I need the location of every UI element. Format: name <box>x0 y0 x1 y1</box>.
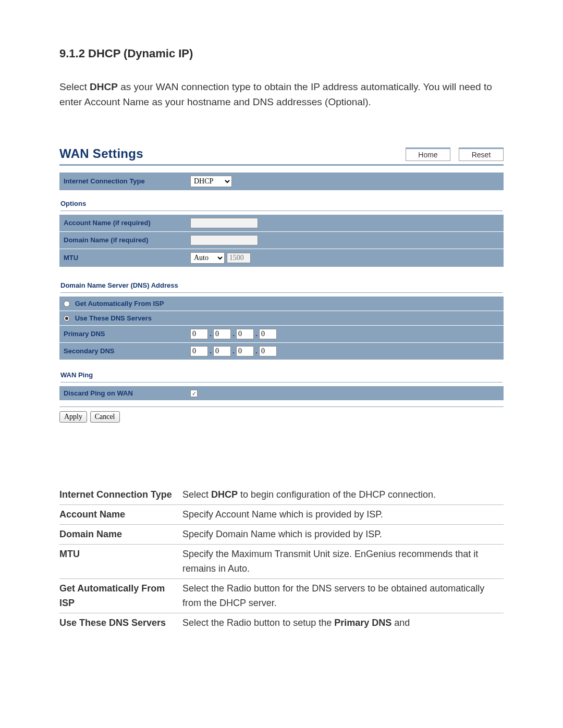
desc-key: MTU <box>59 545 182 579</box>
mtu-value-input[interactable] <box>227 253 251 263</box>
secondary-dns-oct4[interactable] <box>259 346 277 356</box>
table-row: MTU Specify the Maximum Transmit Unit si… <box>59 545 504 579</box>
intro-text-post: as your WAN connection type to obtain th… <box>59 81 492 107</box>
intro-text-bold: DHCP <box>90 81 118 92</box>
dot-icon: . <box>254 347 259 355</box>
desc-key: Internet Connection Type <box>59 485 182 504</box>
dot-icon: . <box>208 330 213 338</box>
account-name-input[interactable] <box>190 218 258 228</box>
primary-dns-oct3[interactable] <box>236 329 254 339</box>
mtu-label: MTU <box>59 249 186 267</box>
desc-val: Specify Domain Name which is provided by… <box>182 525 504 545</box>
dns-manual-radio[interactable] <box>64 315 70 322</box>
desc-val: Select DHCP to begin configuration of th… <box>182 485 504 504</box>
panel-title: WAN Settings <box>59 146 143 161</box>
dns-auto-radio[interactable] <box>64 301 70 307</box>
secondary-dns-oct3[interactable] <box>236 346 254 356</box>
secondary-dns-label: Secondary DNS <box>59 342 186 360</box>
mtu-mode-select[interactable]: Auto <box>190 252 225 264</box>
desc-val: Specify Account Name which is provided b… <box>182 505 504 525</box>
connection-type-label: Internet Connection Type <box>59 172 186 190</box>
desc-val: Select the Radio button for the DNS serv… <box>182 578 504 613</box>
desc-key: Domain Name <box>59 525 182 545</box>
primary-dns-oct2[interactable] <box>213 329 231 339</box>
desc-key: Get Automatically From ISP <box>59 578 182 613</box>
desc-key: Account Name <box>59 505 182 525</box>
desc-val: Select the Radio button to setup the Pri… <box>182 613 504 632</box>
primary-dns-oct1[interactable] <box>190 329 208 339</box>
dot-icon: . <box>254 330 259 338</box>
domain-name-input[interactable] <box>190 235 258 245</box>
secondary-dns-oct1[interactable] <box>190 346 208 356</box>
home-button[interactable]: Home <box>406 147 450 161</box>
connection-type-select[interactable]: DHCP <box>190 176 232 187</box>
discard-ping-label: Discard Ping on WAN <box>59 386 186 400</box>
reset-button[interactable]: Reset <box>459 147 504 161</box>
cancel-button[interactable]: Cancel <box>90 411 120 423</box>
apply-button[interactable]: Apply <box>59 411 87 423</box>
account-name-label: Account Name (if required) <box>59 214 186 231</box>
table-row: Use These DNS Servers Select the Radio b… <box>59 613 504 632</box>
dot-icon: . <box>231 347 236 355</box>
dns-auto-label: Get Automatically From ISP <box>75 300 164 307</box>
intro-paragraph: Select DHCP as your WAN connection type … <box>59 79 504 110</box>
discard-ping-checkbox[interactable] <box>190 390 198 397</box>
dot-icon: . <box>208 347 213 355</box>
wan-settings-panel: WAN Settings Home Reset Internet Connect… <box>59 146 504 423</box>
desc-val: Specify the Maximum Transmit Unit size. … <box>182 545 504 579</box>
dns-table: Get Automatically From ISP Use These DNS… <box>59 296 504 360</box>
options-table: Account Name (if required) Domain Name (… <box>59 214 504 267</box>
connection-type-row: Internet Connection Type DHCP <box>59 172 504 190</box>
domain-name-label: Domain Name (if required) <box>59 231 186 249</box>
intro-text-pre: Select <box>59 81 90 92</box>
table-row: Get Automatically From ISP Select the Ra… <box>59 578 504 613</box>
panel-header: WAN Settings Home Reset <box>59 146 504 166</box>
primary-dns-oct4[interactable] <box>259 329 277 339</box>
secondary-dns-oct2[interactable] <box>213 346 231 356</box>
primary-dns-label: Primary DNS <box>59 325 186 342</box>
dot-icon: . <box>231 330 236 338</box>
options-heading: Options <box>60 200 503 211</box>
section-heading: 9.1.2 DHCP (Dynamic IP) <box>59 47 504 60</box>
wanping-table: Discard Ping on WAN <box>59 386 504 401</box>
dns-heading: Domain Name Server (DNS) Address <box>60 281 503 293</box>
dns-manual-label: Use These DNS Servers <box>75 314 152 322</box>
table-row: Internet Connection Type Select DHCP to … <box>59 485 504 504</box>
table-row: Account Name Specify Account Name which … <box>59 505 504 525</box>
desc-key: Use These DNS Servers <box>59 613 182 632</box>
wanping-heading: WAN Ping <box>60 371 503 382</box>
description-table: Internet Connection Type Select DHCP to … <box>59 485 504 632</box>
table-row: Domain Name Specify Domain Name which is… <box>59 525 504 545</box>
